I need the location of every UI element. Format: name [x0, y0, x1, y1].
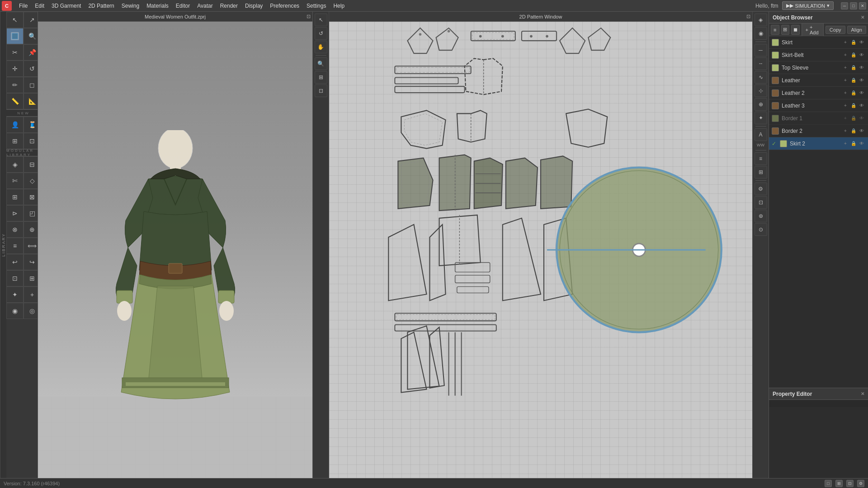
- tool-arrange[interactable]: ⊟: [24, 156, 38, 173]
- pattern-tool-rotate[interactable]: ↺: [315, 27, 327, 40]
- viewport-close-button[interactable]: ⊡: [307, 14, 311, 19]
- object-hide-leather3[interactable]: 👁: [858, 102, 865, 109]
- view-mode-btn-1[interactable]: ◈: [755, 14, 767, 26]
- obj-view-grid[interactable]: ⊞: [781, 25, 790, 35]
- menu-preferences[interactable]: Preferences: [266, 2, 303, 10]
- tool-trim[interactable]: ✄: [6, 173, 24, 189]
- menu-3dgarment[interactable]: 3D Garment: [48, 2, 85, 10]
- object-add-leather3[interactable]: +: [842, 102, 849, 109]
- tool-move[interactable]: ✛: [6, 61, 24, 77]
- tool-simulate[interactable]: ⊞: [6, 133, 24, 149]
- object-item-border1[interactable]: Border 1 + 🔒 👁: [769, 112, 868, 125]
- tool-align[interactable]: ≡: [6, 238, 24, 254]
- obj-view-thumb[interactable]: ◼: [791, 25, 800, 35]
- pattern-tool-zoom-in[interactable]: 🔍: [315, 57, 327, 70]
- object-add-skirt[interactable]: +: [842, 39, 849, 46]
- object-lock-top-sleeve[interactable]: 🔒: [850, 64, 857, 71]
- maximize-button[interactable]: □: [850, 2, 857, 9]
- view-mode-btn-12[interactable]: ⚙: [755, 183, 767, 195]
- view-mode-btn-15[interactable]: ⊙: [755, 223, 767, 236]
- menu-editor[interactable]: Editor: [172, 2, 193, 10]
- object-item-skirt-belt[interactable]: Skirt-Belt + 🔒 👁: [769, 49, 868, 61]
- view-mode-btn-5[interactable]: ∿: [755, 71, 767, 84]
- tool-extra3[interactable]: ✦: [6, 286, 24, 303]
- tool-extra4[interactable]: +: [24, 286, 38, 303]
- tool-rotate[interactable]: ↺: [24, 61, 38, 77]
- tool-measure[interactable]: 📏: [6, 93, 24, 109]
- tool-seam[interactable]: ⊞: [6, 189, 24, 205]
- object-lock-skirt[interactable]: 🔒: [850, 39, 857, 46]
- tool-pencil[interactable]: ✏: [6, 77, 24, 93]
- menu-help[interactable]: Help: [330, 2, 348, 10]
- close-button[interactable]: ✕: [859, 2, 866, 9]
- object-hide-border2[interactable]: 👁: [858, 127, 865, 135]
- menu-render[interactable]: Render: [217, 2, 241, 10]
- status-settings-btn[interactable]: ⚙: [857, 480, 864, 487]
- object-add-skirt-belt[interactable]: +: [842, 52, 849, 59]
- obj-view-list[interactable]: ≡: [771, 25, 779, 35]
- pattern-tool-grid[interactable]: ⊡: [315, 84, 327, 97]
- tool-cut[interactable]: ✂: [6, 44, 24, 61]
- pattern-tool-hand[interactable]: ✋: [315, 41, 327, 53]
- align-object-button[interactable]: Align: [847, 26, 866, 34]
- object-lock-skirt-belt[interactable]: 🔒: [850, 52, 857, 59]
- viewport-canvas[interactable]: [38, 22, 312, 478]
- tool-extra5[interactable]: ◉: [6, 303, 24, 319]
- view-mode-btn-10[interactable]: ≡: [755, 152, 767, 165]
- tool-transform[interactable]: ↗: [24, 12, 38, 28]
- object-item-leather3[interactable]: Leather 3 + 🔒 👁: [769, 99, 868, 112]
- tool-grading[interactable]: ⊳: [6, 205, 24, 221]
- view-mode-btn-9[interactable]: A: [755, 128, 767, 141]
- object-lock-border2[interactable]: 🔒: [850, 127, 857, 135]
- object-item-top-sleeve[interactable]: Top Sleeve + 🔒 👁: [769, 61, 868, 74]
- object-lock-leather2[interactable]: 🔒: [850, 89, 857, 97]
- object-item-border2[interactable]: Border 2 + 🔒 👁: [769, 125, 868, 137]
- object-item-skirt[interactable]: Skirt + 🔒 👁: [769, 36, 868, 49]
- view-mode-btn-14[interactable]: ⊛: [755, 210, 767, 222]
- tool-fabric[interactable]: 🧵: [24, 117, 38, 133]
- menu-materials[interactable]: Materials: [143, 2, 172, 10]
- copy-object-button[interactable]: Copy: [826, 26, 845, 34]
- object-add-border2[interactable]: +: [842, 127, 849, 135]
- status-expand-btn[interactable]: □: [825, 480, 832, 487]
- status-view-btn[interactable]: ⊞: [835, 480, 843, 487]
- view-mode-btn-8[interactable]: ✦: [755, 112, 767, 124]
- sidebar-collapse-btn[interactable]: ✕: [861, 15, 864, 20]
- object-add-top-sleeve[interactable]: +: [842, 64, 849, 71]
- object-hide-skirt[interactable]: 👁: [858, 39, 865, 46]
- tool-snap[interactable]: ⊕: [24, 221, 38, 238]
- view-mode-btn-7[interactable]: ⊕: [755, 98, 767, 111]
- menu-sewing[interactable]: Sewing: [118, 2, 143, 10]
- menu-settings[interactable]: Settings: [303, 2, 330, 10]
- object-hide-leather[interactable]: 👁: [858, 77, 865, 84]
- menu-avatar[interactable]: Avatar: [193, 2, 216, 10]
- view-mode-btn-3[interactable]: ─: [755, 44, 767, 56]
- object-item-leather[interactable]: Leather + 🔒 👁: [769, 74, 868, 87]
- object-lock-leather[interactable]: 🔒: [850, 77, 857, 84]
- object-add-border1[interactable]: +: [842, 115, 849, 122]
- tool-extra1[interactable]: ⊡: [6, 270, 24, 286]
- pattern-tool-select[interactable]: ↖: [315, 14, 327, 26]
- tool-tape[interactable]: 📐: [24, 93, 38, 109]
- tool-pattern-edit[interactable]: ◰: [24, 205, 38, 221]
- menu-display[interactable]: Display: [241, 2, 266, 10]
- tool-stitch[interactable]: ⊠: [24, 189, 38, 205]
- tool-eraser[interactable]: ◻: [24, 77, 38, 93]
- view-mode-btn-6[interactable]: ⊹: [755, 84, 767, 97]
- tool-history[interactable]: ↩: [6, 254, 24, 270]
- tool-pin[interactable]: 📌: [24, 44, 38, 61]
- object-lock-skirt2[interactable]: 🔒: [850, 140, 857, 147]
- view-mode-btn-4[interactable]: ╌: [755, 57, 767, 70]
- object-hide-skirt2[interactable]: 👁: [858, 140, 865, 147]
- menu-file[interactable]: File: [15, 2, 31, 10]
- menu-2dpattern[interactable]: 2D Pattern: [85, 2, 118, 10]
- tool-avatar[interactable]: 👤: [6, 117, 24, 133]
- tool-extra6[interactable]: ◎: [24, 303, 38, 319]
- tool-shape[interactable]: ◈: [6, 156, 24, 173]
- object-hide-skirt-belt[interactable]: 👁: [858, 52, 865, 59]
- pattern-expand-button[interactable]: ⊡: [746, 14, 750, 19]
- object-lock-border1[interactable]: 🔒: [850, 115, 857, 122]
- object-item-skirt2[interactable]: ✓ Skirt 2 + 🔒 👁: [769, 137, 868, 150]
- tool-select[interactable]: ↖: [6, 12, 24, 28]
- tool-redo[interactable]: ↪: [24, 254, 38, 270]
